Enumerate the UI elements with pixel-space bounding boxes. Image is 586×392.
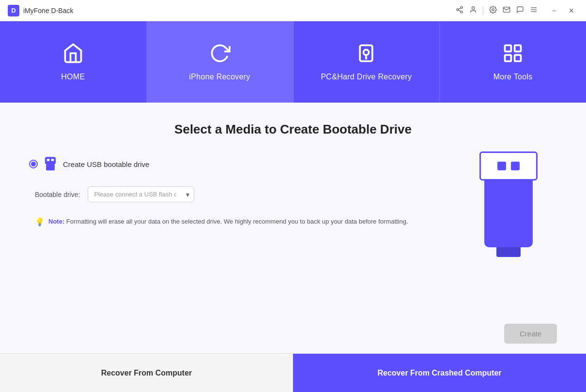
usb-dot-left	[497, 162, 506, 170]
nav-item-home[interactable]: HOME	[0, 21, 147, 103]
usb-dot-right	[511, 162, 520, 170]
radio-usb[interactable]	[29, 160, 38, 168]
page-title: Select a Media to Create Bootable Drive	[29, 122, 557, 137]
svg-point-0	[461, 6, 463, 8]
app-title: iMyFone D-Back	[23, 7, 73, 15]
usb-small-icon	[44, 156, 57, 172]
svg-rect-16	[515, 55, 521, 61]
note-content: Formatting will erase all your data on t…	[66, 218, 408, 225]
note-row: 💡 Note: Formatting will erase all your d…	[35, 217, 441, 227]
nav-item-pc-hard-drive[interactable]: PC&Hard Drive Recovery	[293, 21, 440, 103]
svg-rect-14	[515, 45, 521, 52]
svg-rect-20	[46, 164, 55, 170]
nav-label-more-tools: More Tools	[493, 73, 533, 81]
svg-point-11	[364, 50, 369, 55]
drive-label: Bootable drive:	[35, 191, 80, 198]
menu-icon[interactable]	[530, 6, 538, 15]
tab-recover-from-crashed-computer[interactable]: Recover From Crashed Computer	[293, 354, 586, 392]
minimize-button[interactable]: −	[547, 4, 561, 17]
user-icon[interactable]	[469, 6, 477, 15]
left-panel: Create USB bootable drive Bootable drive…	[29, 156, 441, 227]
window-controls: − ✕	[547, 4, 578, 17]
main-content: Select a Media to Create Bootable Drive …	[0, 103, 586, 353]
drive-select-row: Bootable drive: Please connect a USB fla…	[35, 186, 441, 202]
title-bar: D iMyFone D-Back	[0, 0, 586, 21]
svg-point-2	[461, 11, 463, 13]
close-button[interactable]: ✕	[565, 4, 578, 17]
create-button[interactable]: Create	[504, 324, 557, 344]
usb-top	[479, 151, 538, 181]
svg-point-6	[492, 9, 494, 11]
usb-illustration-panel	[460, 151, 557, 257]
select-wrapper: Please connect a USB flash drive ▾	[88, 186, 194, 202]
gear-icon[interactable]	[489, 6, 497, 15]
svg-rect-13	[505, 45, 511, 52]
nav-bar: HOME iPhone Recovery PC&Hard Drive Recov…	[0, 21, 586, 103]
bulb-icon: 💡	[35, 217, 45, 226]
create-button-row: Create	[504, 324, 557, 344]
share-icon[interactable]	[456, 6, 463, 15]
nav-label-home: HOME	[61, 73, 85, 81]
divider	[483, 6, 483, 15]
title-bar-right: − ✕	[456, 4, 578, 17]
note-text: Note: Formatting will erase all your dat…	[48, 217, 408, 227]
drive-select-input[interactable]: Please connect a USB flash drive	[88, 186, 194, 202]
more-tools-icon	[502, 43, 524, 68]
radio-inner	[31, 162, 36, 166]
iphone-recovery-icon	[209, 43, 231, 68]
note-label: Note:	[48, 218, 64, 225]
mail-icon[interactable]	[503, 6, 510, 15]
svg-rect-15	[505, 55, 511, 61]
chat-icon[interactable]	[516, 6, 524, 15]
svg-line-3	[459, 10, 461, 12]
app-logo: D	[8, 5, 19, 16]
svg-rect-17	[45, 157, 55, 164]
title-bar-left: D iMyFone D-Back	[8, 5, 73, 16]
svg-rect-18	[47, 159, 49, 161]
home-icon	[62, 43, 84, 68]
svg-rect-19	[51, 159, 54, 161]
key-icon	[355, 43, 377, 68]
nav-label-pc-hard-drive: PC&Hard Drive Recovery	[321, 73, 412, 81]
option-row: Create USB bootable drive	[29, 156, 441, 172]
svg-point-1	[457, 9, 459, 11]
nav-item-more-tools[interactable]: More Tools	[440, 21, 586, 103]
bottom-tabs: Recover From Computer Recover From Crash…	[0, 353, 586, 392]
option-label: Create USB bootable drive	[63, 160, 149, 168]
usb-connector	[496, 247, 521, 257]
usb-body	[484, 180, 533, 247]
nav-item-iphone-recovery[interactable]: iPhone Recovery	[147, 21, 293, 103]
content-area: Create USB bootable drive Bootable drive…	[29, 156, 557, 257]
nav-label-iphone-recovery: iPhone Recovery	[189, 73, 250, 81]
tab-recover-from-computer[interactable]: Recover From Computer	[0, 354, 293, 392]
usb-illustration	[479, 151, 538, 257]
svg-point-5	[472, 7, 474, 9]
svg-line-4	[459, 8, 461, 9]
